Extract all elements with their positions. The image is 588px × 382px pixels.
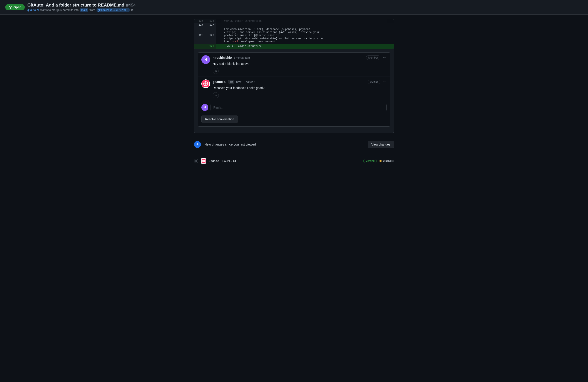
pr-title: GitAuto: Add a folder structure to READM… xyxy=(27,3,124,8)
comment-time-2: now xyxy=(236,80,241,84)
line-content-added: + ## 4. Folder Structure xyxy=(216,44,394,49)
comment-body-1: hiroshinishio 1 minute ago Member ··· He… xyxy=(213,55,387,74)
open-badge: Open xyxy=(5,4,25,10)
gitauto-logo xyxy=(202,80,209,87)
comment-item: H hiroshinishio 1 minute ago Member ··· … xyxy=(198,53,390,77)
author-badge: Author xyxy=(368,80,380,84)
new-changes-icon: + xyxy=(194,141,201,148)
pr-branch-main[interactable]: main xyxy=(80,8,88,12)
chevron-down-icon[interactable]: ▾ xyxy=(254,81,255,83)
commit-status-dot xyxy=(379,160,382,162)
comment-author-1[interactable]: hiroshinishio xyxy=(213,56,232,59)
view-changes-btn[interactable]: View changes xyxy=(368,141,394,148)
comment-meta-1: hiroshinishio 1 minute ago xyxy=(213,56,250,59)
comment-author-2[interactable]: gitauto-ai xyxy=(213,80,226,84)
comment-item-2: gitauto-ai bot now · edited ▾ Author ··· xyxy=(198,77,390,101)
commit-hash-text[interactable]: 0301318 xyxy=(383,159,394,163)
commit-dot-icon xyxy=(194,159,198,163)
more-options-btn-2[interactable]: ··· xyxy=(382,79,387,84)
gitauto-small-logo xyxy=(202,159,206,163)
emoji-reaction-btn-2[interactable]: ☺ xyxy=(213,92,219,98)
more-options-btn-1[interactable]: ··· xyxy=(382,55,387,60)
avatar-gitauto xyxy=(201,79,210,88)
open-label: Open xyxy=(14,5,21,9)
line-num-new: 128 xyxy=(205,27,216,44)
copy-icon[interactable]: ⧉ xyxy=(131,8,133,12)
line-num-old: 127 xyxy=(194,23,205,27)
comment-text-2: Resolved your feedback! Looks good? xyxy=(213,85,387,90)
avatar-hiroshinishio: H xyxy=(201,55,210,64)
bot-badge: bot xyxy=(228,80,234,84)
line-num-new: 127 xyxy=(205,23,216,27)
line-num-new: 126 xyxy=(205,19,216,23)
diff-container: 126 126 ### 3. Other Information 127 127… xyxy=(194,19,394,49)
verified-badge: Verified xyxy=(363,159,377,163)
comment-header-2: gitauto-ai bot now · edited ▾ Author ··· xyxy=(213,79,387,84)
commit-row: Update README.md Verified 0301318 xyxy=(194,156,394,166)
diff-row: 128 128 For communication (Slack), datab… xyxy=(194,27,394,44)
line-content: ### 3. Other Information xyxy=(216,19,394,23)
reply-section: H xyxy=(198,101,390,114)
reply-input[interactable] xyxy=(210,104,387,111)
resolve-conversation-btn[interactable]: Resolve conversation xyxy=(201,115,238,123)
diff-table: 126 126 ### 3. Other Information 127 127… xyxy=(194,19,394,49)
avatar-reply: H xyxy=(201,104,208,111)
line-content: For communication (Slack), database (Sup… xyxy=(216,27,394,44)
comment-body-2: gitauto-ai bot now · edited ▾ Author ··· xyxy=(213,79,387,98)
comment-text-1: Hey add a blank line above! xyxy=(213,61,387,66)
comment-time-1: 1 minute ago xyxy=(233,56,250,59)
line-num-old-added xyxy=(194,44,205,49)
pr-subtitle: gitauto-ai wants to merge 5 commits into… xyxy=(27,8,583,12)
diff-row: 127 127 xyxy=(194,23,394,27)
commit-hash: 0301318 xyxy=(379,159,394,163)
pr-author[interactable]: gitauto-ai xyxy=(27,8,39,12)
pr-number: #494 xyxy=(126,3,136,8)
emoji-reaction-btn-1[interactable]: ☺ xyxy=(213,68,219,74)
pr-action: wants to merge 5 commits into xyxy=(40,8,79,12)
edited-label: edited xyxy=(246,80,253,84)
pr-from: from xyxy=(90,8,95,12)
commit-name[interactable]: Update README.md xyxy=(209,159,361,163)
edited-text: edited ▾ xyxy=(246,80,255,84)
line-num-old: 126 xyxy=(194,19,205,23)
comment-header-1: hiroshinishio 1 minute ago Member ··· xyxy=(213,55,387,60)
diff-row-added: 129 + ## 4. Folder Structure xyxy=(194,44,394,49)
comment-meta-2: gitauto-ai bot now · edited ▾ xyxy=(213,80,255,84)
pr-branch-issue[interactable]: gitauto/issue-493-20250… xyxy=(97,8,130,12)
comment-thread: H hiroshinishio 1 minute ago Member ··· … xyxy=(198,52,390,127)
top-bar: Open GitAuto: Add a folder structure to … xyxy=(0,0,588,15)
inline-comment-section: H hiroshinishio 1 minute ago Member ··· … xyxy=(194,49,394,133)
new-changes-bar: + New changes since you last viewed View… xyxy=(194,137,394,152)
member-badge: Member xyxy=(366,56,380,60)
pr-icon xyxy=(9,5,12,9)
line-content xyxy=(216,23,394,27)
main-content: 126 126 ### 3. Other Information 127 127… xyxy=(185,15,403,170)
line-num-new-added: 129 xyxy=(205,44,216,49)
diff-row: 126 126 ### 3. Other Information xyxy=(194,19,394,23)
new-changes-text: New changes since you last viewed xyxy=(204,143,364,146)
gitauto-commit-icon xyxy=(201,158,206,164)
line-num-old: 128 xyxy=(194,27,205,44)
resolve-section: Resolve conversation xyxy=(198,114,390,127)
